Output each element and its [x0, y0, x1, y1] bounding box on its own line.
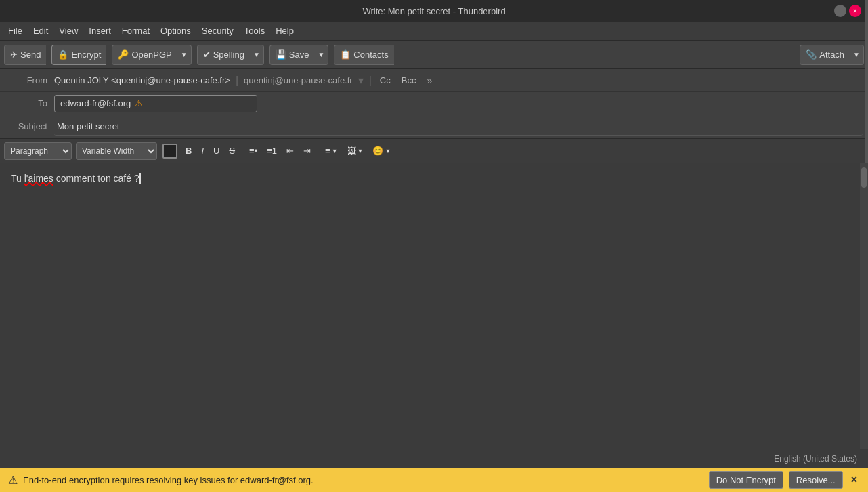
send-button-group: ✈ Send	[4, 45, 46, 65]
menu-format[interactable]: Format	[116, 24, 155, 38]
font-family-select[interactable]: Variable Width	[76, 142, 157, 160]
from-row: From Quentin JOLY <quentinj@une-pause-ca…	[0, 69, 868, 92]
status-bar: English (United States)	[0, 449, 868, 468]
scrollbar-thumb	[861, 167, 867, 188]
to-field[interactable]: edward-fr@fsf.org ⚠	[54, 95, 257, 112]
header-area: From Quentin JOLY <quentinj@une-pause-ca…	[0, 69, 868, 139]
text-cursor	[139, 173, 141, 184]
subject-content	[54, 118, 863, 136]
from-email[interactable]: quentinj@une-pause-cafe.fr	[244, 75, 353, 85]
menu-file[interactable]: File	[3, 24, 28, 38]
chevron-down-icon: ▼	[332, 148, 338, 155]
save-dropdown-button[interactable]: ▼	[314, 45, 328, 65]
spelling-icon: ✔	[203, 49, 211, 60]
close-button[interactable]: ×	[849, 5, 861, 17]
contacts-button[interactable]: 📋 Contacts	[334, 45, 393, 65]
to-warning-icon: ⚠	[135, 98, 143, 108]
save-button[interactable]: 💾 Save	[269, 45, 315, 65]
to-row: To edward-fr@fsf.org ⚠	[0, 92, 868, 115]
save-button-group: 💾 Save ▼	[269, 45, 329, 65]
scrollbar[interactable]	[860, 163, 868, 468]
attach-dropdown-button[interactable]: ▼	[850, 45, 864, 65]
menu-insert[interactable]: Insert	[83, 24, 116, 38]
attach-button-group: 📎 Attach ▼	[800, 45, 864, 65]
cc-button[interactable]: Cc	[377, 74, 393, 87]
menu-bar: File Edit View Insert Format Options Sec…	[0, 22, 868, 41]
window-controls: – ×	[834, 5, 861, 17]
send-button[interactable]: ✈ Send	[4, 45, 46, 65]
indent-more-button[interactable]: ⇥	[299, 142, 315, 160]
spelling-dropdown-button[interactable]: ▼	[250, 45, 264, 65]
title-bar: Write: Mon petit secret - Thunderbird – …	[0, 0, 868, 22]
insert-emoji-button[interactable]: 😊 ▼	[368, 142, 395, 160]
subject-input[interactable]	[54, 118, 863, 136]
chevron-down-icon: ▼	[385, 148, 391, 155]
to-content: edward-fr@fsf.org ⚠	[54, 95, 863, 112]
attach-button[interactable]: 📎 Attach	[800, 45, 850, 65]
openpgp-label: OpenPGP	[131, 49, 171, 60]
contacts-icon: 📋	[340, 49, 351, 60]
from-separator: |	[236, 75, 238, 87]
menu-view[interactable]: View	[53, 24, 83, 38]
from-dropdown-icon[interactable]: ▾	[358, 74, 364, 87]
compose-body: Tu l'aimes comment ton café ?	[11, 171, 857, 186]
indent-less-button[interactable]: ⇤	[282, 142, 298, 160]
bullet-list-button[interactable]: ≡•	[245, 142, 261, 160]
compose-area[interactable]: Tu l'aimes comment ton café ?	[0, 163, 868, 468]
locale-label: English (United States)	[774, 454, 857, 464]
format-strikethrough-button[interactable]: S	[225, 142, 239, 160]
send-label: Send	[20, 49, 41, 60]
bcc-button[interactable]: Bcc	[399, 74, 419, 87]
to-value: edward-fr@fsf.org	[60, 98, 131, 108]
subject-row: Subject	[0, 115, 868, 138]
to-label: To	[5, 98, 54, 108]
from-name: Quentin JOLY <quentinj@une-pause-cafe.fr…	[54, 75, 230, 85]
menu-options[interactable]: Options	[155, 24, 196, 38]
encrypt-icon: 🔒	[58, 49, 68, 60]
banner-warning-icon: ⚠	[8, 474, 18, 487]
format-toolbar: Paragraph Variable Width B I U S ≡• ≡1 ⇤…	[0, 139, 868, 163]
banner-close-button[interactable]: ×	[848, 474, 860, 486]
openpgp-button[interactable]: 🔑 OpenPGP	[112, 45, 177, 65]
chevron-down-icon: ▼	[853, 51, 860, 58]
attach-icon: 📎	[806, 49, 817, 60]
toolbar-right: 📎 Attach ▼	[800, 45, 864, 65]
encrypt-button-group: 🔒 Encrypt	[51, 45, 106, 65]
banner-text: End-to-end encryption requires resolving…	[23, 475, 703, 485]
save-label: Save	[289, 49, 309, 60]
paragraph-style-select[interactable]: Paragraph	[4, 142, 72, 160]
openpgp-dropdown-button[interactable]: ▼	[177, 45, 192, 65]
chevron-down-icon: ▼	[318, 51, 324, 58]
spelling-button[interactable]: ✔ Spelling	[197, 45, 250, 65]
fmt-separator-2	[318, 144, 318, 158]
contacts-button-group: 📋 Contacts	[334, 45, 393, 65]
menu-help[interactable]: Help	[270, 24, 299, 38]
minimize-button[interactable]: –	[834, 5, 846, 17]
main-toolbar: ✈ Send 🔒 Encrypt 🔑 OpenPGP ▼ ✔ Spelling …	[0, 41, 868, 69]
format-bold-button[interactable]: B	[181, 142, 196, 160]
insert-image-button[interactable]: 🖼 ▼	[343, 142, 368, 160]
openpgp-button-group: 🔑 OpenPGP ▼	[112, 45, 191, 65]
save-icon: 💾	[276, 49, 286, 60]
do-not-encrypt-button[interactable]: Do Not Encrypt	[709, 471, 783, 489]
menu-edit[interactable]: Edit	[28, 24, 53, 38]
fmt-separator-1	[242, 144, 242, 158]
encrypt-label: Encrypt	[71, 49, 101, 60]
menu-security[interactable]: Security	[196, 24, 239, 38]
format-italic-button[interactable]: I	[197, 142, 208, 160]
send-icon: ✈	[10, 49, 18, 60]
font-color-swatch[interactable]	[162, 144, 177, 159]
encryption-banner: ⚠ End-to-end encryption requires resolvi…	[0, 468, 868, 492]
openpgp-icon: 🔑	[118, 49, 129, 60]
spelling-button-group: ✔ Spelling ▼	[197, 45, 264, 65]
align-button[interactable]: ≡ ▼	[321, 142, 342, 160]
expand-button[interactable]: »	[424, 74, 435, 87]
menu-tools[interactable]: Tools	[239, 24, 270, 38]
format-underline-button[interactable]: U	[209, 142, 223, 160]
subject-label: Subject	[5, 121, 54, 131]
numbered-list-button[interactable]: ≡1	[263, 142, 281, 160]
from-content: Quentin JOLY <quentinj@une-pause-cafe.fr…	[54, 74, 863, 87]
title-bar-title: Write: Mon petit secret - Thunderbird	[362, 6, 505, 16]
resolve-button[interactable]: Resolve...	[789, 471, 843, 489]
encrypt-button[interactable]: 🔒 Encrypt	[51, 45, 106, 65]
